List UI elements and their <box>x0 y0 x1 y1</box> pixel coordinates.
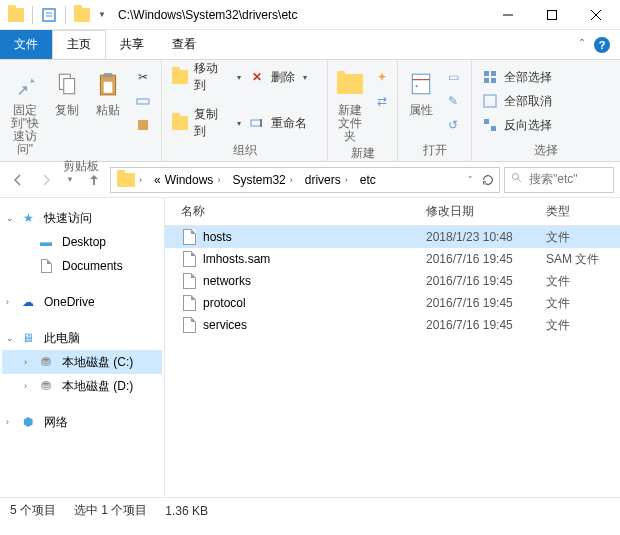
properties-icon[interactable] <box>41 7 57 23</box>
close-button[interactable] <box>574 0 618 30</box>
nav-onedrive[interactable]: ›☁OneDrive <box>2 290 162 314</box>
tab-home[interactable]: 主页 <box>52 30 106 59</box>
svg-rect-5 <box>104 73 113 77</box>
quick-access-toolbar: ▼ <box>2 6 110 24</box>
svg-rect-12 <box>484 71 489 76</box>
back-button[interactable] <box>6 168 30 192</box>
properties-button[interactable]: 属性 <box>404 64 437 117</box>
ribbon-collapse-icon[interactable]: ˆ <box>580 38 584 52</box>
moveto-icon <box>172 69 188 85</box>
breadcrumb[interactable]: etc <box>354 168 382 192</box>
file-row[interactable]: protocol2016/7/16 19:45文件 <box>165 292 620 314</box>
col-name[interactable]: 名称 <box>181 203 426 220</box>
status-bar: 5 个项目 选中 1 个项目 1.36 KB <box>0 497 620 523</box>
group-select: 选择 <box>478 140 614 159</box>
group-open: 打开 <box>404 140 465 159</box>
refresh-button[interactable] <box>477 173 499 187</box>
breadcrumb[interactable]: drivers› <box>299 168 354 192</box>
file-row[interactable]: lmhosts.sam2016/7/16 19:45SAM 文件 <box>165 248 620 270</box>
breadcrumb-root[interactable]: › <box>111 168 148 192</box>
col-date[interactable]: 修改日期 <box>426 203 546 220</box>
copy-icon <box>51 68 83 100</box>
svg-rect-0 <box>43 9 55 21</box>
file-name: hosts <box>203 230 426 244</box>
svg-rect-6 <box>104 82 113 93</box>
nav-thispc[interactable]: ⌄🖥此电脑 <box>2 326 162 350</box>
paste-shortcut-button[interactable] <box>131 114 155 136</box>
edit-button[interactable]: ✎ <box>441 90 465 112</box>
file-date: 2016/7/16 19:45 <box>426 318 546 332</box>
file-type: 文件 <box>546 273 620 290</box>
copypath-button[interactable] <box>131 90 155 112</box>
column-headers[interactable]: 名称 修改日期 类型 <box>165 198 620 226</box>
newfolder-button[interactable]: 新建 文件夹 <box>334 64 366 143</box>
rename-icon <box>249 115 265 131</box>
search-input[interactable]: 搜索"etc" <box>504 167 614 193</box>
tab-view[interactable]: 查看 <box>158 30 210 59</box>
navigation-pane: ⌄★快速访问 ▬Desktop Documents ›☁OneDrive ⌄🖥此… <box>0 198 165 497</box>
address-dropdown[interactable]: ˅ <box>464 175 477 185</box>
qat-dropdown-icon[interactable]: ▼ <box>94 7 110 23</box>
history-button[interactable]: ↺ <box>441 114 465 136</box>
paste-button[interactable]: 粘贴 <box>89 64 127 117</box>
path-icon <box>135 93 151 109</box>
address-bar-row: ▼ › « Windows› System32› drivers› etc ˅ … <box>0 162 620 198</box>
file-icon <box>181 251 197 267</box>
recent-dropdown[interactable]: ▼ <box>62 168 78 192</box>
nav-ddrive[interactable]: ›⛃本地磁盘 (D:) <box>2 374 162 398</box>
folder-icon <box>8 7 24 23</box>
open-button[interactable]: ▭ <box>441 66 465 88</box>
newitem-icon: ✦ <box>374 69 390 85</box>
tab-file[interactable]: 文件 <box>0 30 52 59</box>
breadcrumb[interactable]: « Windows› <box>148 168 226 192</box>
moveto-button[interactable]: 移动到▾ <box>168 66 245 88</box>
col-type[interactable]: 类型 <box>546 203 620 220</box>
file-list: 名称 修改日期 类型 hosts2018/1/23 10:48文件lmhosts… <box>165 198 620 497</box>
forward-button[interactable] <box>34 168 58 192</box>
ribbon-tabs: 文件 主页 共享 查看 ˆ ? <box>0 30 620 60</box>
copy-button[interactable]: 复制 <box>48 64 86 117</box>
copyto-button[interactable]: 复制到▾ <box>168 112 245 134</box>
rename-button[interactable]: 重命名 <box>245 112 322 134</box>
file-date: 2016/7/16 19:45 <box>426 274 546 288</box>
nav-network[interactable]: ›⬢网络 <box>2 410 162 434</box>
file-icon <box>181 273 197 289</box>
easyaccess-button[interactable]: ⇄ <box>370 90 394 112</box>
pin-quickaccess-button[interactable]: 固定到"快 速访问" <box>6 64 44 156</box>
cut-button[interactable]: ✂ <box>131 66 155 88</box>
invert-button[interactable]: 反向选择 <box>478 114 556 136</box>
nav-documents[interactable]: Documents <box>2 254 162 278</box>
status-count: 5 个项目 <box>10 502 56 519</box>
selectnone-button[interactable]: 全部取消 <box>478 90 556 112</box>
up-button[interactable] <box>82 168 106 192</box>
new-folder-icon[interactable] <box>74 7 90 23</box>
svg-rect-10 <box>412 74 429 94</box>
delete-button[interactable]: ✕删除▾ <box>245 66 322 88</box>
help-icon[interactable]: ? <box>594 37 610 53</box>
address-bar[interactable]: › « Windows› System32› drivers› etc ˅ <box>110 167 500 193</box>
status-size: 1.36 KB <box>165 504 208 518</box>
nav-quickaccess[interactable]: ⌄★快速访问 <box>2 206 162 230</box>
newitem-button[interactable]: ✦ <box>370 66 394 88</box>
nav-desktop[interactable]: ▬Desktop <box>2 230 162 254</box>
file-icon <box>181 229 197 245</box>
svg-rect-18 <box>491 126 496 131</box>
invert-icon <box>482 117 498 133</box>
nav-cdrive[interactable]: ›⛃本地磁盘 (C:) <box>2 350 162 374</box>
file-row[interactable]: networks2016/7/16 19:45文件 <box>165 270 620 292</box>
window-title: C:\Windows\System32\drivers\etc <box>110 8 486 22</box>
svg-point-11 <box>415 85 417 87</box>
maximize-button[interactable] <box>530 0 574 30</box>
file-row[interactable]: hosts2018/1/23 10:48文件 <box>165 226 620 248</box>
disk-icon: ⛃ <box>38 378 54 394</box>
selectall-button[interactable]: 全部选择 <box>478 66 556 88</box>
title-bar: ▼ C:\Windows\System32\drivers\etc <box>0 0 620 30</box>
svg-rect-14 <box>484 78 489 83</box>
newfolder-icon <box>334 68 366 100</box>
minimize-button[interactable] <box>486 0 530 30</box>
file-date: 2018/1/23 10:48 <box>426 230 546 244</box>
tab-share[interactable]: 共享 <box>106 30 158 59</box>
breadcrumb[interactable]: System32› <box>226 168 298 192</box>
file-row[interactable]: services2016/7/16 19:45文件 <box>165 314 620 336</box>
svg-point-19 <box>513 174 519 180</box>
